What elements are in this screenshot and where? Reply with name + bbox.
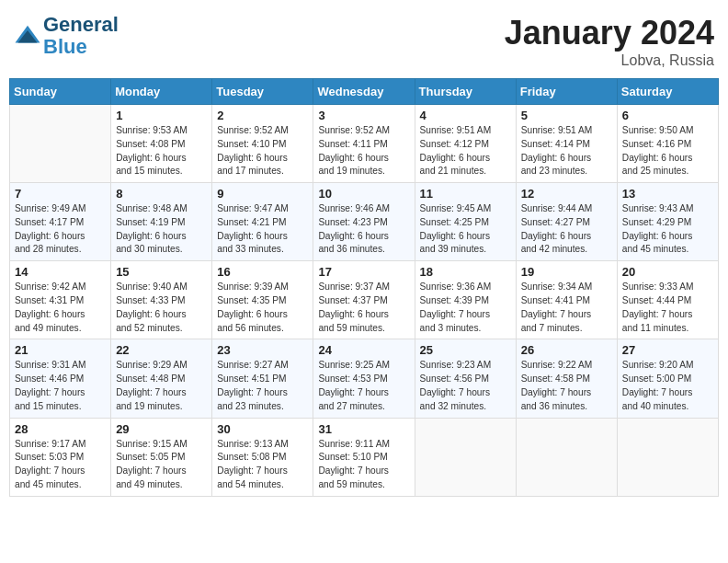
calendar-cell: 27Sunrise: 9:20 AM Sunset: 5:00 PM Dayli… — [617, 339, 718, 418]
calendar-cell — [516, 418, 617, 496]
day-info: Sunrise: 9:31 AM Sunset: 4:46 PM Dayligh… — [15, 359, 106, 413]
weekday-header: Tuesday — [212, 79, 313, 105]
day-number: 26 — [521, 343, 612, 357]
logo-line1: General — [43, 13, 119, 36]
calendar-cell: 9Sunrise: 9:47 AM Sunset: 4:21 PM Daylig… — [212, 183, 313, 261]
day-info: Sunrise: 9:17 AM Sunset: 5:03 PM Dayligh… — [15, 438, 106, 492]
weekday-header: Friday — [516, 79, 617, 105]
calendar-cell: 2Sunrise: 9:52 AM Sunset: 4:10 PM Daylig… — [212, 105, 313, 183]
calendar-cell: 19Sunrise: 9:34 AM Sunset: 4:41 PM Dayli… — [516, 261, 617, 339]
calendar-week-row: 7Sunrise: 9:49 AM Sunset: 4:17 PM Daylig… — [10, 183, 719, 261]
day-number: 22 — [116, 343, 207, 357]
calendar-cell — [415, 418, 516, 496]
calendar-cell: 3Sunrise: 9:52 AM Sunset: 4:11 PM Daylig… — [313, 105, 415, 183]
day-info: Sunrise: 9:44 AM Sunset: 4:27 PM Dayligh… — [521, 202, 612, 257]
day-info: Sunrise: 9:29 AM Sunset: 4:48 PM Dayligh… — [116, 359, 207, 413]
day-number: 29 — [116, 422, 207, 436]
day-info: Sunrise: 9:52 AM Sunset: 4:11 PM Dayligh… — [318, 124, 409, 178]
calendar-cell: 12Sunrise: 9:44 AM Sunset: 4:27 PM Dayli… — [516, 183, 617, 261]
weekday-header: Thursday — [415, 79, 516, 105]
day-info: Sunrise: 9:25 AM Sunset: 4:53 PM Dayligh… — [318, 359, 409, 413]
calendar-week-row: 1Sunrise: 9:53 AM Sunset: 4:08 PM Daylig… — [10, 105, 719, 183]
logo-line2: Blue — [43, 35, 87, 58]
month-title: January 2024 — [505, 14, 714, 52]
weekday-header-row: SundayMondayTuesdayWednesdayThursdayFrid… — [10, 79, 719, 105]
day-number: 2 — [217, 109, 308, 122]
day-number: 13 — [622, 187, 713, 201]
day-number: 18 — [420, 265, 511, 279]
day-number: 24 — [318, 343, 409, 357]
day-number: 30 — [217, 422, 308, 436]
location: Lobva, Russia — [505, 52, 714, 69]
day-info: Sunrise: 9:45 AM Sunset: 4:25 PM Dayligh… — [420, 202, 511, 257]
day-info: Sunrise: 9:23 AM Sunset: 4:56 PM Dayligh… — [420, 359, 511, 413]
day-info: Sunrise: 9:33 AM Sunset: 4:44 PM Dayligh… — [622, 281, 713, 335]
calendar-cell: 1Sunrise: 9:53 AM Sunset: 4:08 PM Daylig… — [111, 105, 212, 183]
logo: General Blue — [14, 14, 119, 58]
calendar-cell: 6Sunrise: 9:50 AM Sunset: 4:16 PM Daylig… — [617, 105, 718, 183]
day-info: Sunrise: 9:39 AM Sunset: 4:35 PM Dayligh… — [217, 281, 308, 335]
day-info: Sunrise: 9:15 AM Sunset: 5:05 PM Dayligh… — [116, 438, 207, 492]
weekday-header: Wednesday — [313, 79, 415, 105]
day-number: 10 — [318, 187, 409, 201]
calendar-week-row: 28Sunrise: 9:17 AM Sunset: 5:03 PM Dayli… — [10, 418, 719, 496]
calendar-cell: 5Sunrise: 9:51 AM Sunset: 4:14 PM Daylig… — [516, 105, 617, 183]
day-number: 12 — [521, 187, 612, 201]
day-number: 9 — [217, 187, 308, 201]
day-number: 23 — [217, 343, 308, 357]
day-number: 28 — [15, 422, 106, 436]
calendar-cell: 31Sunrise: 9:11 AM Sunset: 5:10 PM Dayli… — [313, 418, 415, 496]
day-number: 14 — [15, 265, 106, 279]
calendar-cell: 18Sunrise: 9:36 AM Sunset: 4:39 PM Dayli… — [415, 261, 516, 339]
day-info: Sunrise: 9:52 AM Sunset: 4:10 PM Dayligh… — [217, 124, 308, 178]
calendar-cell: 28Sunrise: 9:17 AM Sunset: 5:03 PM Dayli… — [10, 418, 111, 496]
calendar-cell: 14Sunrise: 9:42 AM Sunset: 4:31 PM Dayli… — [10, 261, 111, 339]
weekday-header: Sunday — [10, 79, 111, 105]
day-info: Sunrise: 9:27 AM Sunset: 4:51 PM Dayligh… — [217, 359, 308, 413]
day-number: 17 — [318, 265, 409, 279]
day-number: 7 — [15, 187, 106, 201]
day-number: 27 — [622, 343, 713, 357]
day-number: 19 — [521, 265, 612, 279]
calendar-cell: 11Sunrise: 9:45 AM Sunset: 4:25 PM Dayli… — [415, 183, 516, 261]
calendar-cell: 30Sunrise: 9:13 AM Sunset: 5:08 PM Dayli… — [212, 418, 313, 496]
day-number: 1 — [116, 109, 207, 122]
title-block: January 2024 Lobva, Russia — [505, 14, 714, 69]
day-info: Sunrise: 9:11 AM Sunset: 5:10 PM Dayligh… — [318, 438, 409, 492]
day-info: Sunrise: 9:34 AM Sunset: 4:41 PM Dayligh… — [521, 281, 612, 335]
calendar-cell: 17Sunrise: 9:37 AM Sunset: 4:37 PM Dayli… — [313, 261, 415, 339]
day-info: Sunrise: 9:20 AM Sunset: 5:00 PM Dayligh… — [622, 359, 713, 413]
day-number: 3 — [318, 109, 409, 122]
day-number: 20 — [622, 265, 713, 279]
day-number: 8 — [116, 187, 207, 201]
day-info: Sunrise: 9:50 AM Sunset: 4:16 PM Dayligh… — [622, 124, 713, 178]
day-number: 11 — [420, 187, 511, 201]
day-info: Sunrise: 9:47 AM Sunset: 4:21 PM Dayligh… — [217, 202, 308, 257]
day-info: Sunrise: 9:42 AM Sunset: 4:31 PM Dayligh… — [15, 281, 106, 335]
calendar-cell: 8Sunrise: 9:48 AM Sunset: 4:19 PM Daylig… — [111, 183, 212, 261]
day-info: Sunrise: 9:48 AM Sunset: 4:19 PM Dayligh… — [116, 202, 207, 257]
calendar-cell: 25Sunrise: 9:23 AM Sunset: 4:56 PM Dayli… — [415, 339, 516, 418]
calendar-week-row: 14Sunrise: 9:42 AM Sunset: 4:31 PM Dayli… — [10, 261, 719, 339]
day-info: Sunrise: 9:43 AM Sunset: 4:29 PM Dayligh… — [622, 202, 713, 257]
day-info: Sunrise: 9:51 AM Sunset: 4:14 PM Dayligh… — [521, 124, 612, 178]
calendar-cell: 13Sunrise: 9:43 AM Sunset: 4:29 PM Dayli… — [617, 183, 718, 261]
day-info: Sunrise: 9:13 AM Sunset: 5:08 PM Dayligh… — [217, 438, 308, 492]
calendar-cell: 15Sunrise: 9:40 AM Sunset: 4:33 PM Dayli… — [111, 261, 212, 339]
day-info: Sunrise: 9:49 AM Sunset: 4:17 PM Dayligh… — [15, 202, 106, 257]
calendar-cell — [617, 418, 718, 496]
calendar-cell: 23Sunrise: 9:27 AM Sunset: 4:51 PM Dayli… — [212, 339, 313, 418]
calendar-cell: 16Sunrise: 9:39 AM Sunset: 4:35 PM Dayli… — [212, 261, 313, 339]
weekday-header: Monday — [111, 79, 212, 105]
logo-text: General Blue — [43, 14, 119, 58]
day-number: 25 — [420, 343, 511, 357]
day-info: Sunrise: 9:36 AM Sunset: 4:39 PM Dayligh… — [420, 281, 511, 335]
calendar-cell: 26Sunrise: 9:22 AM Sunset: 4:58 PM Dayli… — [516, 339, 617, 418]
calendar-cell: 29Sunrise: 9:15 AM Sunset: 5:05 PM Dayli… — [111, 418, 212, 496]
day-info: Sunrise: 9:40 AM Sunset: 4:33 PM Dayligh… — [116, 281, 207, 335]
calendar-week-row: 21Sunrise: 9:31 AM Sunset: 4:46 PM Dayli… — [10, 339, 719, 418]
day-info: Sunrise: 9:46 AM Sunset: 4:23 PM Dayligh… — [318, 202, 409, 257]
calendar-cell: 7Sunrise: 9:49 AM Sunset: 4:17 PM Daylig… — [10, 183, 111, 261]
calendar-cell: 24Sunrise: 9:25 AM Sunset: 4:53 PM Dayli… — [313, 339, 415, 418]
day-number: 4 — [420, 109, 511, 122]
